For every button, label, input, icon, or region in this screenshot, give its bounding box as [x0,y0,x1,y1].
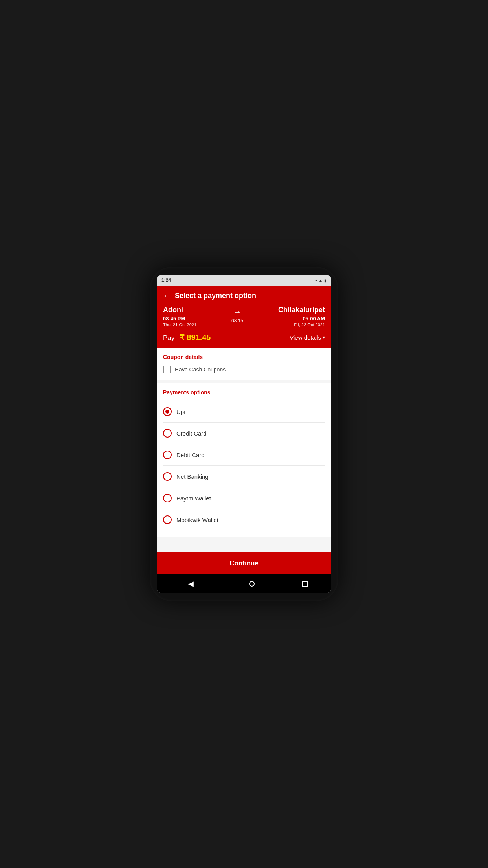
status-time: 1:24 [161,278,171,283]
payments-section-title: Payments options [163,389,325,395]
payment-option-credit-card[interactable]: Credit Card [163,423,325,444]
view-details-label: View details [290,334,321,341]
radio-paytm-wallet[interactable] [163,494,172,502]
battery-icon: ▮ [324,278,327,283]
wifi-icon: ▾ [315,278,317,283]
coupon-section: Coupon details Have Cash Coupons [157,348,331,380]
to-station: Chilakaluripet 05:00 AM Fri, 22 Oct 2021 [278,306,325,327]
page-title: Select a payment option [175,292,256,300]
to-time: 05:00 AM [278,316,325,322]
main-content: Coupon details Have Cash Coupons Payment… [157,348,331,552]
header-title-row: ← Select a payment option [163,291,325,300]
cash-coupon-label: Have Cash Coupons [175,366,226,373]
to-date: Fri, 22 Oct 2021 [278,322,325,327]
header: ← Select a payment option Adoni 08:45 PM… [157,286,331,348]
back-button[interactable]: ← [163,291,171,300]
recents-nav-button[interactable] [302,581,308,587]
radio-upi-inner [165,410,169,414]
phone-frame: 1:24 ▾ ▲ ▮ ← Select a payment option Ado… [150,267,338,601]
payment-label-credit-card: Credit Card [176,430,207,437]
arrow-icon: → [233,307,241,316]
payments-section: Payments options Upi Credit Card Debit [157,383,331,537]
radio-upi[interactable] [163,407,172,416]
pay-label: Pay [163,334,174,342]
pay-info: Pay ₹ 891.45 [163,333,211,342]
status-icons: ▾ ▲ ▮ [315,278,327,283]
payment-option-upi[interactable]: Upi [163,401,325,423]
view-details-button[interactable]: View details ▾ [290,334,325,341]
duration: 08:15 [231,318,243,324]
payment-option-debit-card[interactable]: Debit Card [163,444,325,466]
payment-option-net-banking[interactable]: Net Banking [163,466,325,487]
nav-bar: ◀ [157,574,331,593]
payment-option-mobikwik-wallet[interactable]: Mobikwik Wallet [163,509,325,530]
cash-coupon-checkbox[interactable] [163,366,171,373]
from-station: Adoni 08:45 PM Thu, 21 Oct 2021 [163,306,196,327]
from-time: 08:45 PM [163,316,196,322]
payment-label-debit-card: Debit Card [176,452,205,458]
signal-icon: ▲ [319,278,323,283]
radio-debit-card[interactable] [163,451,172,459]
coupon-section-title: Coupon details [163,354,325,360]
payment-label-mobikwik-wallet: Mobikwik Wallet [176,517,218,523]
radio-net-banking[interactable] [163,472,172,481]
payment-label-upi: Upi [176,408,185,415]
status-bar: 1:24 ▾ ▲ ▮ [157,275,331,286]
phone-screen: 1:24 ▾ ▲ ▮ ← Select a payment option Ado… [157,275,331,593]
payment-option-paytm-wallet[interactable]: Paytm Wallet [163,487,325,509]
pay-amount: ₹ 891.45 [180,333,211,342]
radio-credit-card[interactable] [163,429,172,438]
from-station-name: Adoni [163,306,196,314]
continue-button[interactable]: Continue [157,552,331,574]
payment-label-net-banking: Net Banking [176,473,209,480]
from-date: Thu, 21 Oct 2021 [163,322,196,327]
journey-middle: → 08:15 [231,306,243,324]
home-nav-button[interactable] [249,581,255,587]
to-station-name: Chilakaluripet [278,306,325,314]
chevron-down-icon: ▾ [323,335,325,340]
radio-mobikwik-wallet[interactable] [163,515,172,524]
journey-info: Adoni 08:45 PM Thu, 21 Oct 2021 → 08:15 … [163,306,325,327]
back-nav-button[interactable]: ◀ [180,576,202,591]
pay-row: Pay ₹ 891.45 View details ▾ [163,333,325,342]
payment-label-paytm-wallet: Paytm Wallet [176,495,211,502]
coupon-row[interactable]: Have Cash Coupons [163,366,325,373]
